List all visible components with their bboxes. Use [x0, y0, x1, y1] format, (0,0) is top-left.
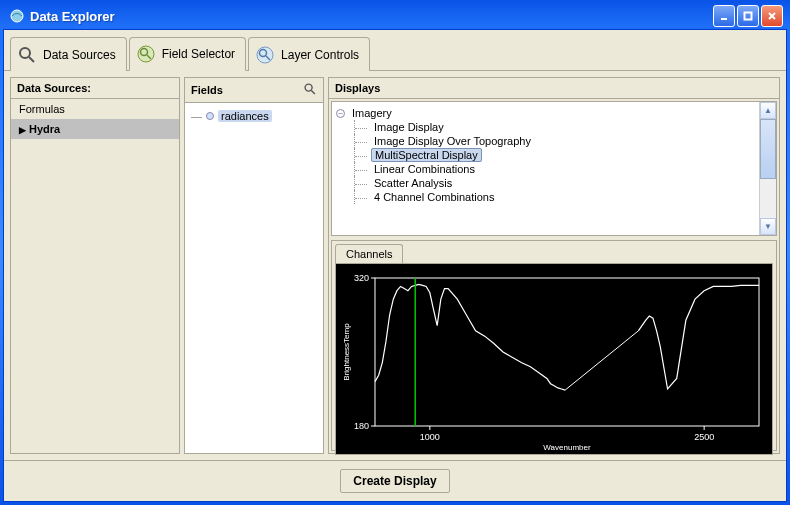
content-area: Data Sources: Formulas ▶Hydra Fields [4, 71, 786, 460]
displays-header: Displays [329, 78, 779, 99]
svg-text:BrightnessTemp: BrightnessTemp [342, 323, 351, 381]
close-button[interactable] [761, 5, 783, 27]
tree-item-label: MultiSpectral Display [371, 148, 482, 162]
tree-item[interactable]: Scatter Analysis [354, 176, 755, 190]
svg-text:180: 180 [354, 421, 369, 431]
data-source-label: Formulas [19, 103, 65, 115]
tree-item-label: Scatter Analysis [371, 177, 455, 189]
fields-panel: Fields — radiances [184, 77, 324, 454]
data-source-item[interactable]: ▶Hydra [11, 119, 179, 139]
svg-rect-2 [745, 13, 752, 20]
tree-item[interactable]: Linear Combinations [354, 162, 755, 176]
tree-root[interactable]: – Imagery [336, 106, 755, 120]
field-selector-icon [136, 44, 156, 64]
fields-header: Fields [185, 78, 323, 103]
data-source-label: Hydra [29, 123, 60, 135]
tree-item-label: Image Display Over Topography [371, 135, 534, 147]
main-tabs: Data Sources Field Selector Layer Contro… [4, 30, 786, 71]
tab-layer-controls[interactable]: Layer Controls [248, 37, 370, 71]
svg-line-6 [29, 57, 34, 62]
field-node[interactable]: — radiances [189, 109, 319, 123]
create-display-button[interactable]: Create Display [340, 469, 449, 493]
data-source-item[interactable]: Formulas [11, 99, 179, 119]
tab-channels[interactable]: Channels [335, 244, 403, 263]
app-icon [9, 8, 25, 24]
tree-item[interactable]: Image Display Over Topography [354, 134, 755, 148]
titlebar[interactable]: Data Explorer [3, 3, 787, 29]
displays-tree[interactable]: – Imagery Image Display Image Display Ov… [332, 102, 759, 235]
layer-controls-icon [255, 45, 275, 65]
tree-toggle-icon[interactable]: – [336, 109, 345, 118]
client-area: Data Sources Field Selector Layer Contro… [3, 29, 787, 502]
channels-tabs: Channels [332, 241, 776, 263]
data-sources-header-label: Data Sources: [17, 82, 91, 94]
field-bullet-icon [206, 112, 214, 120]
displays-panel: Displays – Imagery Image Display Image D… [328, 77, 780, 454]
maximize-button[interactable] [737, 5, 759, 27]
displays-header-label: Displays [335, 82, 380, 94]
svg-text:Wavenumber: Wavenumber [543, 443, 591, 452]
fields-tree: — radiances [185, 103, 323, 453]
tree-item-label: Linear Combinations [371, 163, 478, 175]
svg-text:2500: 2500 [694, 432, 714, 442]
minimize-button[interactable] [713, 5, 735, 27]
scroll-down-button[interactable]: ▼ [760, 218, 776, 235]
footer: Create Display [4, 460, 786, 501]
data-sources-list: Formulas ▶Hydra [11, 99, 179, 453]
data-sources-header: Data Sources: [11, 78, 179, 99]
tree-item-label: Image Display [371, 121, 447, 133]
tree-root-label: Imagery [349, 107, 395, 119]
tab-label: Field Selector [162, 47, 235, 61]
scroll-thumb[interactable] [760, 119, 776, 179]
tree-item[interactable]: MultiSpectral Display [354, 148, 755, 162]
data-sources-icon [17, 45, 37, 65]
svg-line-14 [311, 90, 315, 94]
tab-label: Layer Controls [281, 48, 359, 62]
tree-item-label: 4 Channel Combinations [371, 191, 497, 203]
window-title: Data Explorer [30, 9, 115, 24]
tree-item[interactable]: Image Display [354, 120, 755, 134]
selected-arrow-icon: ▶ [19, 125, 26, 135]
svg-text:1000: 1000 [420, 432, 440, 442]
tree-connector-icon: — [191, 110, 202, 122]
scroll-up-button[interactable]: ▲ [760, 102, 776, 119]
svg-point-5 [20, 48, 30, 58]
spectrum-chart[interactable]: 18032010002500WavenumberBrightnessTemp [335, 263, 773, 455]
field-label: radiances [218, 110, 272, 122]
displays-tree-container: – Imagery Image Display Image Display Ov… [331, 101, 777, 236]
window-buttons [713, 5, 783, 27]
search-icon[interactable] [303, 82, 317, 98]
svg-point-0 [11, 10, 23, 22]
app-window: Data Explorer Data Sources Field Selecto… [0, 0, 790, 505]
tab-field-selector[interactable]: Field Selector [129, 37, 246, 71]
fields-header-label: Fields [191, 84, 223, 96]
svg-point-13 [305, 84, 312, 91]
scrollbar[interactable]: ▲ ▼ [759, 102, 776, 235]
channels-panel: Channels 18032010002500WavenumberBrightn… [331, 240, 777, 451]
scroll-track[interactable] [760, 179, 776, 218]
tab-label: Data Sources [43, 48, 116, 62]
tab-data-sources[interactable]: Data Sources [10, 37, 127, 71]
tree-item[interactable]: 4 Channel Combinations [354, 190, 755, 204]
svg-text:320: 320 [354, 273, 369, 283]
tab-label: Channels [346, 248, 392, 260]
data-sources-panel: Data Sources: Formulas ▶Hydra [10, 77, 180, 454]
